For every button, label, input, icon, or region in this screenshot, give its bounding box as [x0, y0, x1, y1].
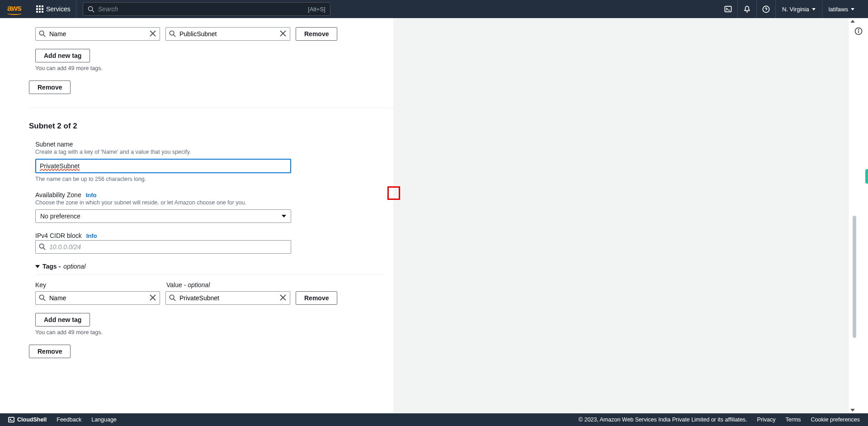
- subnet-name-label: Subnet name: [35, 141, 382, 148]
- search-shortcut: [Alt+S]: [308, 6, 326, 13]
- side-pane: [393, 18, 848, 413]
- aws-logo-text: aws: [7, 4, 21, 13]
- copyright-text: © 2023, Amazon Web Services India Privat…: [579, 417, 747, 423]
- subnet1-tag-limit-hint: You can add 49 more tags.: [35, 65, 382, 71]
- subnet2-cidr-field: IPv4 CIDR block Info: [35, 232, 382, 254]
- global-search[interactable]: [Alt+S]: [83, 2, 330, 16]
- cloudshell-button[interactable]: CloudShell: [8, 417, 47, 423]
- cidr-info-link[interactable]: Info: [86, 232, 97, 239]
- services-menu-button[interactable]: Services: [31, 0, 76, 18]
- tag-value-optional: optional: [188, 281, 210, 289]
- search-icon: [169, 30, 176, 37]
- subnet1-tag-row: Remove: [35, 27, 382, 41]
- grid-icon: [36, 5, 43, 13]
- svg-rect-2: [725, 6, 731, 11]
- clear-icon[interactable]: [149, 30, 156, 37]
- subnet2-tag-key-wrap: [35, 291, 160, 305]
- subnet1-add-tag-button[interactable]: Add new tag: [35, 49, 90, 62]
- terminal-icon: [724, 5, 732, 13]
- feedback-link[interactable]: Feedback: [57, 417, 81, 423]
- chevron-down-icon: [282, 215, 286, 218]
- svg-line-9: [174, 35, 175, 37]
- scroll-up-arrow-icon[interactable]: [850, 20, 855, 23]
- terms-link[interactable]: Terms: [786, 417, 801, 423]
- subnet-name-desc: Create a tag with a key of 'Name' and a …: [35, 149, 382, 155]
- svg-line-1: [92, 10, 94, 12]
- feedback-side-tab[interactable]: [865, 169, 868, 184]
- bell-icon: [743, 5, 751, 13]
- tags-toggle-label: Tags -: [42, 263, 61, 270]
- subnet1-tag-key-wrap: [35, 27, 160, 41]
- subnet1-tag-value-wrap: [165, 27, 290, 41]
- cloudshell-label: CloudShell: [17, 417, 47, 423]
- subnet2-name-input-wrap: PrivateSubnet: [35, 159, 291, 173]
- subnet2-remove-subnet-button[interactable]: Remove: [29, 345, 71, 358]
- section-divider: [29, 108, 393, 108]
- subnet2-tags-toggle[interactable]: Tags - optional: [35, 263, 382, 270]
- svg-line-13: [43, 248, 45, 250]
- subnet2-az-field: Availability Zone Info Choose the zone i…: [35, 191, 382, 223]
- notifications-button[interactable]: [737, 0, 756, 18]
- svg-line-19: [174, 299, 175, 301]
- svg-point-0: [88, 6, 92, 10]
- help-button[interactable]: [756, 0, 775, 18]
- triangle-down-icon: [35, 265, 40, 268]
- cookies-link[interactable]: Cookie preferences: [811, 417, 860, 423]
- subnet2-add-tag-button[interactable]: Add new tag: [35, 313, 90, 327]
- subnet2-remove-tag-button[interactable]: Remove: [296, 291, 337, 305]
- info-icon[interactable]: [854, 27, 863, 35]
- clear-icon[interactable]: [279, 294, 287, 301]
- search-icon: [39, 294, 46, 301]
- clear-icon[interactable]: [279, 30, 287, 37]
- subnet2-heading: Subnet 2 of 2: [29, 122, 382, 131]
- help-icon: [762, 5, 770, 13]
- subnet2-tag-limit-hint: You can add 49 more tags.: [35, 329, 382, 336]
- cidr-label: IPv4 CIDR block: [35, 232, 82, 239]
- header-right: N. Virginia latifaws: [719, 0, 861, 18]
- annotation-red-box: [387, 186, 400, 200]
- scrollbar-thumb[interactable]: [853, 216, 856, 338]
- subnet2-tag-value-wrap: [165, 291, 290, 305]
- subnet1-remove-subnet-button[interactable]: Remove: [29, 80, 71, 94]
- svg-point-18: [170, 295, 174, 299]
- az-select-value: No preference: [40, 213, 80, 220]
- az-desc: Choose the zone in which your subnet wil…: [35, 199, 382, 206]
- privacy-link[interactable]: Privacy: [757, 417, 776, 423]
- subnet2-cidr-input[interactable]: [35, 240, 291, 254]
- subnet2-tag-value-input[interactable]: [165, 291, 290, 305]
- subnet2-az-select[interactable]: No preference: [35, 209, 291, 223]
- subnet1-remove-tag-button[interactable]: Remove: [296, 27, 337, 41]
- az-info-link[interactable]: Info: [86, 192, 97, 199]
- tag-value-column-label: Value -: [166, 281, 186, 289]
- search-icon: [39, 30, 46, 37]
- account-menu[interactable]: latifaws: [822, 0, 861, 18]
- global-footer: CloudShell Feedback Language © 2023, Ama…: [0, 413, 868, 426]
- cloudshell-header-button[interactable]: [719, 0, 737, 18]
- subnet2-tags-panel: Key Value - optional: [35, 275, 382, 336]
- user-label: latifaws: [829, 6, 848, 13]
- region-label: N. Virginia: [782, 6, 809, 13]
- language-link[interactable]: Language: [91, 417, 117, 423]
- subnet2-cidr-wrap: [35, 240, 291, 254]
- svg-point-14: [39, 295, 43, 299]
- scroll-down-arrow-icon[interactable]: [850, 409, 855, 412]
- svg-rect-25: [9, 417, 14, 422]
- region-selector[interactable]: N. Virginia: [775, 0, 822, 18]
- subnet1-tag-key-input[interactable]: [35, 27, 160, 41]
- subnet1-tag-value-input[interactable]: [165, 27, 290, 41]
- subnet2-name-input[interactable]: PrivateSubnet: [40, 162, 80, 170]
- svg-point-8: [170, 31, 174, 35]
- chevron-down-icon: [812, 8, 816, 10]
- aws-logo[interactable]: aws: [7, 4, 22, 15]
- search-input[interactable]: [98, 5, 308, 13]
- search-icon: [88, 6, 94, 13]
- clear-icon[interactable]: [149, 294, 156, 301]
- search-icon: [169, 294, 176, 301]
- svg-point-24: [858, 29, 859, 30]
- subnet-name-post: The name can be up to 256 characters lon…: [35, 176, 382, 182]
- tag-key-column-label: Key: [35, 281, 166, 289]
- services-label: Services: [46, 5, 71, 13]
- svg-line-5: [43, 35, 45, 37]
- subnet2-tag-key-input[interactable]: [35, 291, 160, 305]
- az-label: Availability Zone: [35, 191, 81, 199]
